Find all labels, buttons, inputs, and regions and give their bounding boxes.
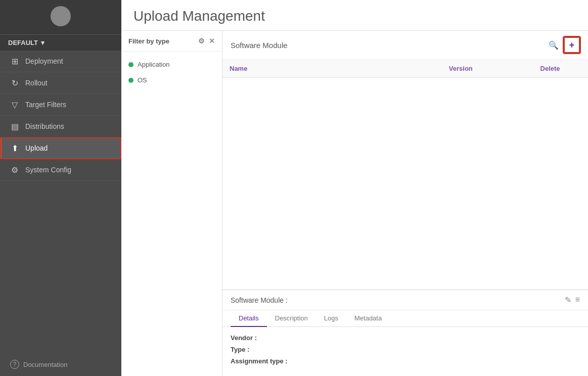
os-dot: [128, 78, 133, 83]
content-area: Filter by type ⚙ ✕ Application OS: [121, 31, 588, 376]
filter-settings-icon[interactable]: ⚙: [198, 37, 205, 45]
sidebar-header: [0, 0, 121, 35]
filter-close-icon[interactable]: ✕: [209, 37, 215, 45]
table-header-row: Name Version Delete: [222, 60, 588, 78]
right-panel: Software Module 🔍 + Name Vers: [222, 31, 588, 376]
deployment-icon: ⊞: [10, 57, 19, 66]
main-content: Upload Management Filter by type ⚙ ✕ App…: [121, 0, 588, 376]
col-header-delete: Delete: [533, 60, 588, 78]
tab-logs[interactable]: Logs: [316, 310, 346, 327]
chevron-icon: ▾: [41, 39, 44, 46]
filter-item-application[interactable]: Application: [121, 57, 222, 72]
filter-by-type-label: Filter by type: [128, 37, 169, 45]
tab-metadata[interactable]: Metadata: [346, 310, 390, 327]
distributions-icon: ▤: [10, 122, 19, 131]
search-button[interactable]: 🔍: [547, 38, 561, 52]
col-header-version: Version: [442, 60, 533, 78]
detail-header-actions: ✎ ≡: [565, 295, 580, 305]
rollout-icon: ↻: [10, 78, 19, 87]
detail-edit-icon[interactable]: ✎: [565, 295, 571, 305]
sidebar-item-system-config[interactable]: ⚙ System Config: [0, 159, 121, 181]
sidebar-item-label: Upload: [25, 144, 48, 152]
filter-list: Application OS: [121, 52, 222, 93]
detail-list-icon[interactable]: ≡: [575, 295, 580, 305]
module-actions: 🔍 +: [547, 37, 580, 53]
filter-item-os[interactable]: OS: [121, 72, 222, 88]
sidebar-item-label: System Config: [25, 166, 71, 174]
os-label: OS: [138, 76, 147, 84]
sidebar-default-label[interactable]: DEFAULT ▾: [0, 35, 121, 51]
filter-panel: Filter by type ⚙ ✕ Application OS: [121, 31, 222, 376]
filter-header: Filter by type ⚙ ✕: [121, 31, 222, 52]
vendor-field: Vendor :: [231, 334, 580, 342]
detail-tabs: Details Description Logs Metadata: [222, 310, 588, 327]
avatar: [51, 6, 71, 26]
documentation-link[interactable]: ? Documentation: [0, 353, 121, 376]
detail-panel: Software Module : ✎ ≡ Details Descriptio…: [222, 290, 588, 376]
page-title: Upload Management: [121, 0, 588, 31]
application-dot: [128, 62, 133, 67]
detail-content: Vendor : Type : Assignment type :: [222, 327, 588, 376]
tab-details[interactable]: Details: [231, 310, 267, 327]
detail-title: Software Module :: [231, 296, 288, 304]
software-module-table: Name Version Delete: [222, 60, 588, 78]
documentation-icon: ?: [10, 360, 19, 369]
software-module-title: Software Module: [231, 41, 288, 50]
documentation-label: Documentation: [23, 361, 67, 368]
sidebar-item-rollout[interactable]: ↻ Rollout: [0, 72, 121, 94]
tab-description[interactable]: Description: [267, 310, 316, 327]
sidebar-item-distributions[interactable]: ▤ Distributions: [0, 116, 121, 137]
filter-header-actions: ⚙ ✕: [198, 37, 215, 45]
sidebar-item-label: Distributions: [25, 122, 64, 130]
system-config-icon: ⚙: [10, 165, 19, 174]
assignment-type-field: Assignment type :: [231, 357, 580, 365]
filter-icon: ▽: [10, 100, 19, 109]
sidebar-item-label: Deployment: [25, 57, 63, 65]
upload-icon: ⬆: [10, 144, 19, 153]
sidebar-item-label: Rollout: [25, 79, 48, 87]
sidebar-item-target-filters[interactable]: ▽ Target Filters: [0, 94, 121, 116]
detail-header: Software Module : ✎ ≡: [222, 290, 588, 310]
type-field: Type :: [231, 346, 580, 353]
sidebar-item-upload[interactable]: ⬆ Upload: [0, 137, 121, 159]
application-label: Application: [138, 61, 170, 68]
sidebar: DEFAULT ▾ ⊞ Deployment ↻ Rollout ▽ Targe…: [0, 0, 121, 376]
module-header: Software Module 🔍 +: [222, 31, 588, 60]
software-module-table-container: Name Version Delete: [222, 60, 588, 290]
default-text: DEFAULT: [8, 39, 38, 46]
sidebar-item-deployment[interactable]: ⊞ Deployment: [0, 51, 121, 72]
sidebar-item-label: Target Filters: [25, 101, 66, 109]
col-header-name: Name: [222, 60, 442, 78]
add-software-module-button[interactable]: +: [564, 37, 580, 53]
